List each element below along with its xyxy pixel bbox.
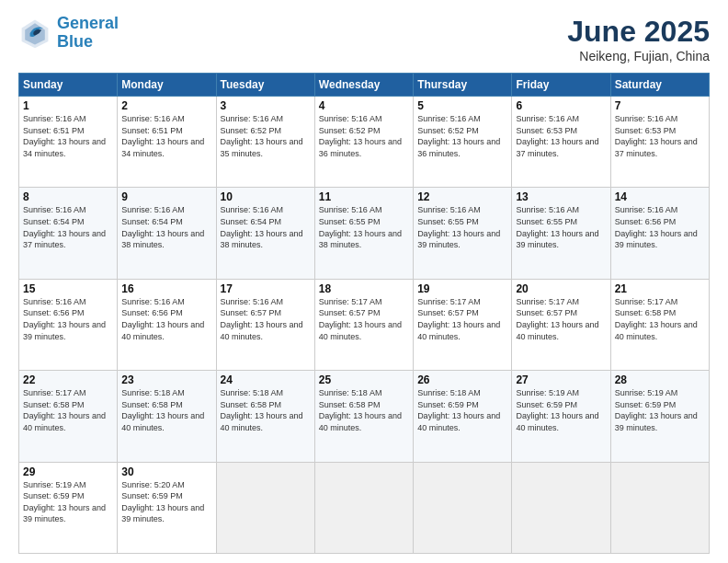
calendar-cell: 1Sunrise: 5:16 AMSunset: 6:51 PMDaylight… (19, 97, 118, 188)
day-info: Sunrise: 5:16 AMSunset: 6:52 PMDaylight:… (221, 113, 311, 159)
day-info: Sunrise: 5:17 AMSunset: 6:58 PMDaylight:… (615, 296, 705, 342)
day-number: 15 (23, 282, 113, 295)
calendar-cell: 3Sunrise: 5:16 AMSunset: 6:52 PMDaylight… (216, 97, 314, 188)
calendar-row: 8Sunrise: 5:16 AMSunset: 6:54 PMDaylight… (19, 188, 710, 279)
day-number: 29 (23, 465, 113, 478)
calendar-table: Sunday Monday Tuesday Wednesday Thursday… (18, 73, 710, 554)
location: Neikeng, Fujian, China (567, 49, 710, 63)
logo: General Blue (18, 15, 119, 52)
logo-text: General Blue (57, 15, 119, 52)
calendar-cell: 28Sunrise: 5:19 AMSunset: 6:59 PMDayligh… (610, 371, 709, 462)
day-number: 3 (221, 99, 311, 112)
col-thursday: Thursday (414, 74, 512, 97)
calendar-row: 1Sunrise: 5:16 AMSunset: 6:51 PMDaylight… (19, 97, 710, 188)
day-number: 20 (516, 282, 606, 295)
day-info: Sunrise: 5:19 AMSunset: 6:59 PMDaylight:… (615, 387, 705, 433)
calendar-cell: 8Sunrise: 5:16 AMSunset: 6:54 PMDaylight… (19, 188, 118, 279)
calendar-cell: 12Sunrise: 5:16 AMSunset: 6:55 PMDayligh… (414, 188, 512, 279)
calendar-cell: 6Sunrise: 5:16 AMSunset: 6:53 PMDaylight… (512, 97, 610, 188)
day-number: 8 (23, 190, 113, 203)
day-info: Sunrise: 5:16 AMSunset: 6:52 PMDaylight:… (319, 113, 409, 159)
calendar-cell: 23Sunrise: 5:18 AMSunset: 6:58 PMDayligh… (118, 371, 216, 462)
calendar-cell: 22Sunrise: 5:17 AMSunset: 6:58 PMDayligh… (19, 371, 118, 462)
day-number: 10 (221, 190, 311, 203)
day-number: 28 (615, 373, 705, 386)
day-info: Sunrise: 5:16 AMSunset: 6:56 PMDaylight:… (121, 296, 211, 342)
calendar-cell: 14Sunrise: 5:16 AMSunset: 6:56 PMDayligh… (610, 188, 709, 279)
calendar-cell: 11Sunrise: 5:16 AMSunset: 6:55 PMDayligh… (314, 188, 413, 279)
day-number: 12 (417, 190, 507, 203)
day-info: Sunrise: 5:19 AMSunset: 6:59 PMDaylight:… (23, 479, 113, 525)
day-info: Sunrise: 5:16 AMSunset: 6:55 PMDaylight:… (516, 204, 606, 250)
day-info: Sunrise: 5:18 AMSunset: 6:58 PMDaylight:… (319, 387, 409, 433)
day-number: 7 (615, 99, 705, 112)
calendar-cell: 18Sunrise: 5:17 AMSunset: 6:57 PMDayligh… (314, 279, 413, 370)
logo-icon (18, 17, 51, 50)
day-info: Sunrise: 5:16 AMSunset: 6:55 PMDaylight:… (417, 204, 507, 250)
day-info: Sunrise: 5:16 AMSunset: 6:51 PMDaylight:… (23, 113, 113, 159)
day-number: 21 (615, 282, 705, 295)
calendar-cell: 26Sunrise: 5:18 AMSunset: 6:59 PMDayligh… (414, 371, 512, 462)
day-info: Sunrise: 5:16 AMSunset: 6:57 PMDaylight:… (221, 296, 311, 342)
day-info: Sunrise: 5:16 AMSunset: 6:54 PMDaylight:… (23, 204, 113, 250)
day-info: Sunrise: 5:16 AMSunset: 6:54 PMDaylight:… (121, 204, 211, 250)
day-number: 30 (121, 465, 211, 478)
calendar-cell: 29Sunrise: 5:19 AMSunset: 6:59 PMDayligh… (19, 462, 118, 553)
day-number: 16 (121, 282, 211, 295)
day-number: 5 (417, 99, 507, 112)
day-number: 25 (319, 373, 409, 386)
day-number: 23 (121, 373, 211, 386)
calendar-cell: 16Sunrise: 5:16 AMSunset: 6:56 PMDayligh… (118, 279, 216, 370)
day-info: Sunrise: 5:16 AMSunset: 6:55 PMDaylight:… (319, 204, 409, 250)
col-sunday: Sunday (19, 74, 118, 97)
calendar-cell: 17Sunrise: 5:16 AMSunset: 6:57 PMDayligh… (216, 279, 314, 370)
col-wednesday: Wednesday (314, 74, 413, 97)
day-number: 27 (516, 373, 606, 386)
header: General Blue June 2025 Neikeng, Fujian, … (18, 15, 710, 63)
day-info: Sunrise: 5:16 AMSunset: 6:53 PMDaylight:… (615, 113, 705, 159)
col-tuesday: Tuesday (216, 74, 314, 97)
day-info: Sunrise: 5:17 AMSunset: 6:58 PMDaylight:… (23, 387, 113, 433)
calendar-cell: 30Sunrise: 5:20 AMSunset: 6:59 PMDayligh… (118, 462, 216, 553)
day-info: Sunrise: 5:17 AMSunset: 6:57 PMDaylight:… (417, 296, 507, 342)
calendar-cell: 27Sunrise: 5:19 AMSunset: 6:59 PMDayligh… (512, 371, 610, 462)
calendar-cell: 7Sunrise: 5:16 AMSunset: 6:53 PMDaylight… (610, 97, 709, 188)
day-number: 9 (121, 190, 211, 203)
calendar-cell: 15Sunrise: 5:16 AMSunset: 6:56 PMDayligh… (19, 279, 118, 370)
col-saturday: Saturday (610, 74, 709, 97)
calendar-cell (610, 462, 709, 553)
day-number: 26 (417, 373, 507, 386)
day-number: 4 (319, 99, 409, 112)
day-number: 22 (23, 373, 113, 386)
day-number: 11 (319, 190, 409, 203)
title-block: June 2025 Neikeng, Fujian, China (567, 15, 710, 63)
calendar-cell: 9Sunrise: 5:16 AMSunset: 6:54 PMDaylight… (118, 188, 216, 279)
day-number: 1 (23, 99, 113, 112)
calendar-cell: 4Sunrise: 5:16 AMSunset: 6:52 PMDaylight… (314, 97, 413, 188)
calendar-row: 29Sunrise: 5:19 AMSunset: 6:59 PMDayligh… (19, 462, 710, 553)
day-info: Sunrise: 5:16 AMSunset: 6:56 PMDaylight:… (23, 296, 113, 342)
day-info: Sunrise: 5:20 AMSunset: 6:59 PMDaylight:… (121, 479, 211, 525)
day-info: Sunrise: 5:17 AMSunset: 6:57 PMDaylight:… (319, 296, 409, 342)
calendar-cell: 21Sunrise: 5:17 AMSunset: 6:58 PMDayligh… (610, 279, 709, 370)
day-number: 6 (516, 99, 606, 112)
day-info: Sunrise: 5:18 AMSunset: 6:58 PMDaylight:… (121, 387, 211, 433)
calendar-cell (216, 462, 314, 553)
calendar-cell (414, 462, 512, 553)
day-info: Sunrise: 5:16 AMSunset: 6:52 PMDaylight:… (417, 113, 507, 159)
day-number: 13 (516, 190, 606, 203)
day-info: Sunrise: 5:17 AMSunset: 6:57 PMDaylight:… (516, 296, 606, 342)
logo-line2: Blue (57, 33, 119, 52)
calendar-cell: 10Sunrise: 5:16 AMSunset: 6:54 PMDayligh… (216, 188, 314, 279)
logo-line1: General (57, 15, 119, 33)
calendar-header-row: Sunday Monday Tuesday Wednesday Thursday… (19, 74, 710, 97)
day-info: Sunrise: 5:16 AMSunset: 6:56 PMDaylight:… (615, 204, 705, 250)
page: General Blue June 2025 Neikeng, Fujian, … (0, 0, 728, 563)
calendar-cell: 25Sunrise: 5:18 AMSunset: 6:58 PMDayligh… (314, 371, 413, 462)
day-number: 18 (319, 282, 409, 295)
day-number: 14 (615, 190, 705, 203)
day-number: 17 (221, 282, 311, 295)
calendar-cell: 19Sunrise: 5:17 AMSunset: 6:57 PMDayligh… (414, 279, 512, 370)
calendar-cell (314, 462, 413, 553)
col-monday: Monday (118, 74, 216, 97)
